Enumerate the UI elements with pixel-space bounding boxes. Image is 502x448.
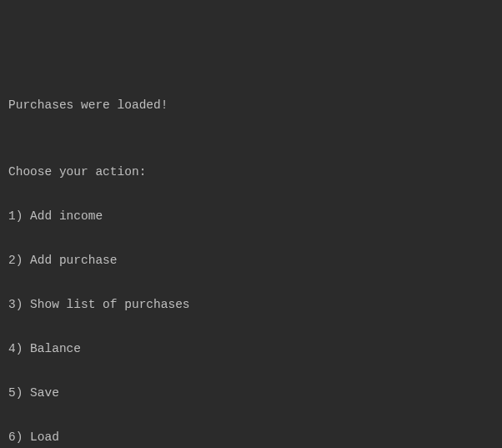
menu-prompt: Choose your action: <box>8 161 494 184</box>
menu-item-load: 6) Load <box>8 426 494 449</box>
menu-item-balance: 4) Balance <box>8 338 494 360</box>
menu-item-show-purchases: 3) Show list of purchases <box>8 294 494 316</box>
menu-item-add-income: 1) Add income <box>8 205 494 228</box>
menu-item-add-purchase: 2) Add purchase <box>8 249 494 272</box>
status-message: Purchases were loaded! <box>8 94 494 117</box>
menu-item-save: 5) Save <box>8 382 494 405</box>
